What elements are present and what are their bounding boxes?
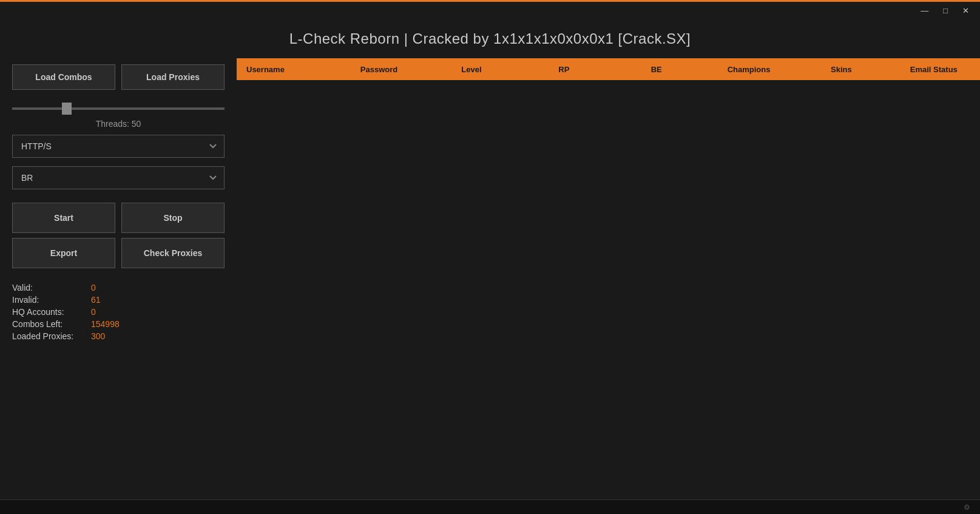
window-controls: — □ ✕ bbox=[917, 5, 973, 16]
hq-accounts-label: HQ Accounts: bbox=[12, 307, 91, 317]
table-body bbox=[237, 80, 980, 514]
slider-area: Threads: 50 bbox=[12, 102, 225, 129]
load-combos-button[interactable]: Load Combos bbox=[12, 64, 115, 90]
region-dropdown-area: BR NA EUW EUNE LAN LAS OCE TR RU JP KR bbox=[12, 166, 225, 189]
hq-accounts-stat-row: HQ Accounts: 0 bbox=[12, 307, 225, 317]
combos-left-value: 154998 bbox=[91, 319, 120, 329]
status-icon: ⚙ bbox=[964, 503, 970, 512]
valid-stat-row: Valid: 0 bbox=[12, 283, 225, 293]
hq-accounts-value: 0 bbox=[91, 307, 96, 317]
loaded-proxies-value: 300 bbox=[91, 331, 105, 341]
col-username: Username bbox=[237, 65, 333, 74]
combos-left-label: Combos Left: bbox=[12, 319, 91, 329]
app-title-bar: L-Check Reborn | Cracked by 1x1x1x1x0x0x… bbox=[0, 19, 980, 58]
left-panel: Load Combos Load Proxies Threads: 50 HTT… bbox=[0, 58, 237, 514]
region-select[interactable]: BR NA EUW EUNE LAN LAS OCE TR RU JP KR bbox=[12, 166, 225, 189]
threads-label: Threads: 50 bbox=[12, 119, 225, 129]
col-skins: Skins bbox=[795, 65, 887, 74]
valid-label: Valid: bbox=[12, 283, 91, 293]
start-button[interactable]: Start bbox=[12, 203, 115, 233]
invalid-label: Invalid: bbox=[12, 295, 91, 305]
valid-value: 0 bbox=[91, 283, 96, 293]
status-bar: ⚙ bbox=[0, 499, 980, 514]
load-proxies-button[interactable]: Load Proxies bbox=[121, 64, 225, 90]
table-header: Username Password Level RP BE Champions … bbox=[237, 58, 980, 80]
col-be: BE bbox=[610, 65, 703, 74]
title-bar: — □ ✕ bbox=[0, 0, 980, 19]
loaded-proxies-stat-row: Loaded Proxies: 300 bbox=[12, 331, 225, 341]
action-buttons-area: Start Stop Export Check Proxies bbox=[12, 203, 225, 268]
col-rp: RP bbox=[518, 65, 610, 74]
col-level: Level bbox=[425, 65, 518, 74]
export-check-row: Export Check Proxies bbox=[12, 238, 225, 268]
proxy-type-dropdown-area: HTTP/S SOCKS4 SOCKS5 bbox=[12, 135, 225, 158]
col-password: Password bbox=[333, 65, 425, 74]
close-button[interactable]: ✕ bbox=[959, 5, 973, 16]
col-champions: Champions bbox=[703, 65, 795, 74]
loaded-proxies-label: Loaded Proxies: bbox=[12, 331, 91, 341]
top-buttons-row: Load Combos Load Proxies bbox=[12, 64, 225, 90]
proxy-type-select[interactable]: HTTP/S SOCKS4 SOCKS5 bbox=[12, 135, 225, 158]
invalid-value: 61 bbox=[91, 295, 101, 305]
right-panel: Username Password Level RP BE Champions … bbox=[237, 58, 980, 514]
stats-area: Valid: 0 Invalid: 61 HQ Accounts: 0 Comb… bbox=[12, 283, 225, 341]
col-email-status: Email Status bbox=[888, 65, 980, 74]
invalid-stat-row: Invalid: 61 bbox=[12, 295, 225, 305]
combos-left-stat-row: Combos Left: 154998 bbox=[12, 319, 225, 329]
maximize-button[interactable]: □ bbox=[939, 5, 951, 16]
main-layout: Load Combos Load Proxies Threads: 50 HTT… bbox=[0, 58, 980, 514]
threads-slider[interactable] bbox=[12, 107, 225, 110]
export-button[interactable]: Export bbox=[12, 238, 115, 268]
start-stop-row: Start Stop bbox=[12, 203, 225, 233]
minimize-button[interactable]: — bbox=[917, 5, 932, 16]
stop-button[interactable]: Stop bbox=[121, 203, 225, 233]
check-proxies-button[interactable]: Check Proxies bbox=[121, 238, 225, 268]
app-title: L-Check Reborn | Cracked by 1x1x1x1x0x0x… bbox=[289, 30, 691, 47]
